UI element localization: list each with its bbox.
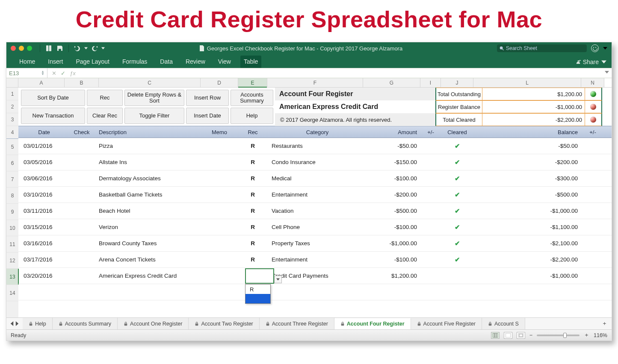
th-cleared[interactable]: Cleared <box>441 129 473 135</box>
cell[interactable]: -$1,000.00 <box>473 273 581 279</box>
minimize-icon[interactable] <box>19 46 24 51</box>
cell[interactable]: 03/10/2016 <box>18 191 65 198</box>
cell[interactable]: R <box>238 208 267 214</box>
cell[interactable]: -$100.00 <box>363 256 420 263</box>
zoom-out-button[interactable]: − <box>529 332 532 338</box>
row-header-2[interactable]: 2 <box>6 100 18 113</box>
zoom-in-button[interactable]: ＋ <box>584 332 589 339</box>
col-header-C[interactable]: C <box>99 78 201 87</box>
cancel-icon[interactable]: ✕ <box>52 70 56 76</box>
cell[interactable]: -$2,100.00 <box>473 240 581 247</box>
fx-icon[interactable]: ƒx <box>70 70 76 76</box>
action-toggle-filter[interactable]: Toggle Filter <box>124 108 184 124</box>
cell[interactable]: Pizza <box>99 143 201 149</box>
sheet-tab-account-five-register[interactable]: Account Five Register <box>411 318 482 329</box>
col-header-I[interactable]: I <box>420 78 441 87</box>
th-category[interactable]: Category <box>267 129 363 135</box>
ribbon-tab-data[interactable]: Data <box>157 56 176 68</box>
dropdown-option-r[interactable]: R <box>245 285 270 294</box>
cell[interactable]: Beach Hotel <box>99 208 201 214</box>
action-help[interactable]: Help <box>231 108 273 124</box>
cell[interactable]: -$200.00 <box>363 191 420 198</box>
row-header-9[interactable]: 9 <box>6 204 18 220</box>
ribbon-collapse-icon[interactable] <box>601 59 606 65</box>
cell[interactable]: 03/15/2016 <box>18 224 65 230</box>
cell[interactable]: R <box>238 191 267 198</box>
add-sheet-button[interactable]: ＋ <box>597 318 612 329</box>
col-header-G[interactable]: G <box>363 78 420 87</box>
cell[interactable]: Dermatology Associates <box>99 175 201 182</box>
cell[interactable]: $1,200.00 <box>363 273 420 279</box>
cell[interactable]: 03/17/2016 <box>18 256 65 263</box>
cell[interactable]: Verizon <box>99 224 201 230</box>
ribbon-tab-page-layout[interactable]: Page Layout <box>72 56 113 68</box>
cell[interactable]: -$1,000.00 <box>473 208 581 214</box>
th-memo[interactable]: Memo <box>201 129 238 135</box>
th-balance[interactable]: Balance <box>473 129 581 135</box>
table-row[interactable]: 03/15/2016VerizonRCell Phone-$100.00✔-$1… <box>18 219 612 235</box>
row-header-12[interactable]: 12 <box>6 252 18 269</box>
cell[interactable]: R <box>238 175 267 182</box>
table-row[interactable]: 03/17/2016Arena Concert TicketsREntertai… <box>18 252 612 268</box>
cell[interactable]: -$2,200.00 <box>473 256 581 263</box>
cell[interactable]: R <box>238 159 267 165</box>
th-rec[interactable]: Rec <box>238 129 267 135</box>
cell[interactable]: -$1,100.00 <box>473 224 581 230</box>
view-normal-icon[interactable] <box>491 332 500 339</box>
cell[interactable]: -$200.00 <box>473 159 581 165</box>
action-new-transaction[interactable]: New Transaction <box>21 108 85 124</box>
autosave-icon[interactable] <box>44 44 53 52</box>
row-header-6[interactable]: 6 <box>6 155 18 171</box>
ribbon-tab-view[interactable]: View <box>215 56 234 68</box>
cell[interactable]: American Express Credit Card <box>99 273 201 279</box>
active-cell[interactable] <box>245 268 274 284</box>
zoom-percent[interactable]: 116% <box>594 332 607 338</box>
col-header-F[interactable]: F <box>267 78 363 87</box>
row-header-5[interactable]: 5 <box>6 139 18 155</box>
sheet-tab-account-two-register[interactable]: Account Two Register <box>189 318 259 329</box>
th-[interactable]: +/- <box>420 129 441 135</box>
close-icon[interactable] <box>11 46 16 51</box>
cell[interactable]: ✔ <box>441 159 473 166</box>
th-description[interactable]: Description <box>99 129 201 135</box>
cell[interactable]: -$150.00 <box>363 159 420 165</box>
sheet-tab-account-one-register[interactable]: Account One Register <box>118 318 189 329</box>
col-header-D[interactable]: D <box>201 78 238 87</box>
share-button[interactable]: Share <box>575 59 599 65</box>
row-headers[interactable]: 1234567891011121314 <box>6 88 18 317</box>
cell[interactable]: ✔ <box>441 207 473 215</box>
cell[interactable]: 03/16/2016 <box>18 240 65 247</box>
cell[interactable]: R <box>238 224 267 230</box>
cell[interactable]: Basketball Game Tickets <box>99 191 201 198</box>
undo-chevron-icon[interactable] <box>84 44 88 52</box>
action-insert-row[interactable]: Insert Row <box>186 90 229 106</box>
table-row[interactable]: 03/05/2016Allstate InsRCondo Insurance-$… <box>18 154 612 170</box>
row-header-13[interactable]: 13 <box>6 269 18 285</box>
qat-chevron-icon[interactable] <box>101 44 105 52</box>
row-header-3[interactable]: 3 <box>6 113 18 126</box>
cell-dropdown-button[interactable] <box>274 276 282 283</box>
th-amount[interactable]: Amount <box>363 129 420 135</box>
feedback-chevron-icon[interactable] <box>603 46 607 50</box>
row-header-8[interactable]: 8 <box>6 188 18 204</box>
row-header-4[interactable]: 4 <box>6 126 18 139</box>
cell[interactable]: 03/05/2016 <box>18 159 65 165</box>
cell[interactable]: Entertainment <box>267 191 363 198</box>
cell[interactable]: Medical <box>267 175 363 182</box>
select-all-corner[interactable] <box>6 78 18 87</box>
row-header-11[interactable]: 11 <box>6 236 18 252</box>
cell[interactable]: -$500.00 <box>473 191 581 198</box>
cell[interactable]: -$1,000.00 <box>363 240 420 247</box>
sheet-nav-prev-icon[interactable] <box>10 321 14 326</box>
fullscreen-icon[interactable] <box>27 46 32 51</box>
cell[interactable]: 03/01/2016 <box>18 143 65 149</box>
table-row[interactable]: 03/11/2016Beach HotelRVacation-$500.00✔-… <box>18 203 612 219</box>
col-header-N[interactable]: N <box>581 78 604 87</box>
col-header-A[interactable]: A <box>18 78 65 87</box>
name-box[interactable]: E13 ▲▼ <box>6 68 47 78</box>
ribbon-tab-table[interactable]: Table <box>240 56 261 68</box>
cell[interactable]: -$300.00 <box>473 175 581 182</box>
cell[interactable]: ✔ <box>441 223 473 231</box>
ribbon-tab-formulas[interactable]: Formulas <box>119 56 151 68</box>
col-header-J[interactable]: J <box>441 78 473 87</box>
